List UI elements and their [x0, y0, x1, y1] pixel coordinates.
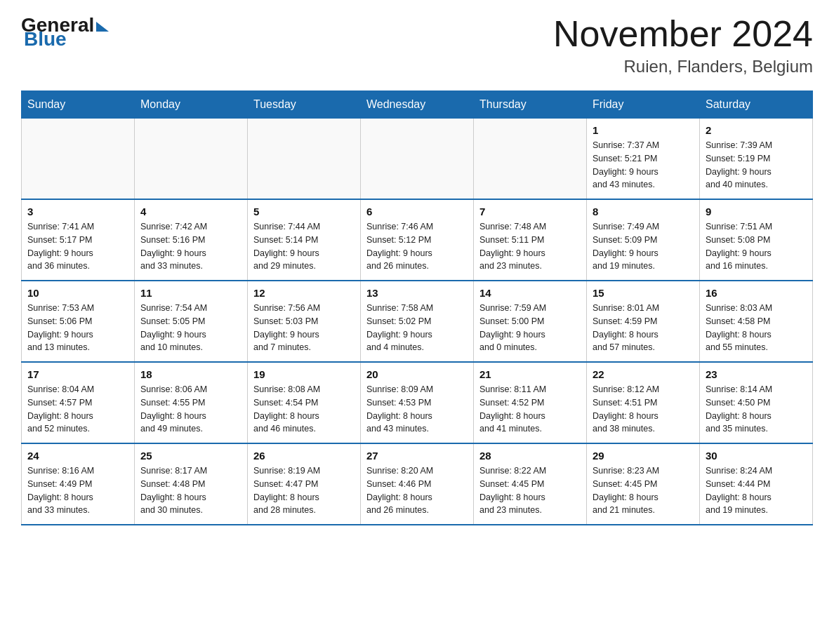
day-cell: 11Sunrise: 7:54 AM Sunset: 5:05 PM Dayli… [135, 281, 248, 362]
day-cell [361, 119, 474, 200]
day-number: 18 [140, 368, 241, 380]
day-info: Sunrise: 7:37 AM Sunset: 5:21 PM Dayligh… [593, 139, 694, 192]
day-cell: 6Sunrise: 7:46 AM Sunset: 5:12 PM Daylig… [361, 199, 474, 281]
header-row: SundayMondayTuesdayWednesdayThursdayFrid… [22, 91, 813, 119]
day-cell [22, 119, 135, 200]
day-cell [135, 119, 248, 200]
day-info: Sunrise: 7:48 AM Sunset: 5:11 PM Dayligh… [479, 220, 581, 273]
day-number: 16 [706, 287, 807, 299]
logo: General Blue [21, 14, 109, 51]
day-info: Sunrise: 8:14 AM Sunset: 4:50 PM Dayligh… [706, 383, 807, 436]
day-number: 19 [253, 368, 355, 380]
day-cell: 16Sunrise: 8:03 AM Sunset: 4:58 PM Dayli… [700, 281, 813, 362]
logo-triangle-icon [96, 22, 109, 32]
day-cell: 3Sunrise: 7:41 AM Sunset: 5:17 PM Daylig… [22, 199, 135, 281]
day-number: 5 [253, 206, 355, 217]
day-number: 3 [27, 206, 128, 217]
header-cell-friday: Friday [587, 91, 700, 119]
day-info: Sunrise: 8:03 AM Sunset: 4:58 PM Dayligh… [706, 302, 807, 354]
day-number: 10 [27, 287, 128, 299]
day-info: Sunrise: 7:42 AM Sunset: 5:16 PM Dayligh… [140, 220, 241, 273]
week-row-2: 3Sunrise: 7:41 AM Sunset: 5:17 PM Daylig… [22, 199, 813, 281]
header-cell-saturday: Saturday [700, 91, 813, 119]
calendar-table: SundayMondayTuesdayWednesdayThursdayFrid… [21, 90, 813, 525]
day-info: Sunrise: 7:46 AM Sunset: 5:12 PM Dayligh… [366, 220, 468, 273]
day-number: 2 [706, 124, 807, 136]
day-info: Sunrise: 8:01 AM Sunset: 4:59 PM Dayligh… [593, 302, 694, 354]
day-cell: 4Sunrise: 7:42 AM Sunset: 5:16 PM Daylig… [135, 199, 248, 281]
day-cell: 9Sunrise: 7:51 AM Sunset: 5:08 PM Daylig… [700, 199, 813, 281]
day-cell: 26Sunrise: 8:19 AM Sunset: 4:47 PM Dayli… [248, 443, 361, 525]
day-info: Sunrise: 7:39 AM Sunset: 5:19 PM Dayligh… [706, 139, 807, 192]
day-number: 15 [593, 287, 694, 299]
header-cell-wednesday: Wednesday [361, 91, 474, 119]
day-number: 25 [140, 450, 241, 462]
day-cell: 27Sunrise: 8:20 AM Sunset: 4:46 PM Dayli… [361, 443, 474, 525]
header-cell-sunday: Sunday [22, 91, 135, 119]
day-cell: 7Sunrise: 7:48 AM Sunset: 5:11 PM Daylig… [474, 199, 587, 281]
day-number: 1 [593, 124, 694, 136]
day-cell: 14Sunrise: 7:59 AM Sunset: 5:00 PM Dayli… [474, 281, 587, 362]
logo-blue-text: Blue [24, 28, 67, 51]
day-number: 9 [706, 206, 807, 217]
day-number: 14 [479, 287, 581, 299]
calendar-body: 1Sunrise: 7:37 AM Sunset: 5:21 PM Daylig… [22, 119, 813, 525]
day-number: 27 [366, 450, 468, 462]
day-cell: 1Sunrise: 7:37 AM Sunset: 5:21 PM Daylig… [587, 119, 700, 200]
title-block: November 2024 Ruien, Flanders, Belgium [553, 14, 813, 76]
page-header: General Blue November 2024 Ruien, Flande… [21, 14, 813, 76]
month-year-title: November 2024 [553, 14, 813, 54]
day-info: Sunrise: 8:04 AM Sunset: 4:57 PM Dayligh… [27, 383, 128, 436]
day-number: 4 [140, 206, 241, 217]
header-cell-tuesday: Tuesday [248, 91, 361, 119]
day-info: Sunrise: 7:58 AM Sunset: 5:02 PM Dayligh… [366, 302, 468, 354]
day-cell: 30Sunrise: 8:24 AM Sunset: 4:44 PM Dayli… [700, 443, 813, 525]
day-info: Sunrise: 8:17 AM Sunset: 4:48 PM Dayligh… [140, 464, 241, 517]
day-info: Sunrise: 7:54 AM Sunset: 5:05 PM Dayligh… [140, 302, 241, 354]
day-cell: 22Sunrise: 8:12 AM Sunset: 4:51 PM Dayli… [587, 362, 700, 443]
day-cell: 5Sunrise: 7:44 AM Sunset: 5:14 PM Daylig… [248, 199, 361, 281]
day-number: 11 [140, 287, 241, 299]
day-cell: 29Sunrise: 8:23 AM Sunset: 4:45 PM Dayli… [587, 443, 700, 525]
day-number: 30 [706, 450, 807, 462]
day-cell: 2Sunrise: 7:39 AM Sunset: 5:19 PM Daylig… [700, 119, 813, 200]
day-info: Sunrise: 7:56 AM Sunset: 5:03 PM Dayligh… [253, 302, 355, 354]
day-number: 26 [253, 450, 355, 462]
day-cell: 25Sunrise: 8:17 AM Sunset: 4:48 PM Dayli… [135, 443, 248, 525]
day-number: 23 [706, 368, 807, 380]
day-number: 20 [366, 368, 468, 380]
day-info: Sunrise: 8:22 AM Sunset: 4:45 PM Dayligh… [479, 464, 581, 517]
day-cell: 23Sunrise: 8:14 AM Sunset: 4:50 PM Dayli… [700, 362, 813, 443]
day-cell: 12Sunrise: 7:56 AM Sunset: 5:03 PM Dayli… [248, 281, 361, 362]
day-cell: 20Sunrise: 8:09 AM Sunset: 4:53 PM Dayli… [361, 362, 474, 443]
day-info: Sunrise: 7:41 AM Sunset: 5:17 PM Dayligh… [27, 220, 128, 273]
day-cell [474, 119, 587, 200]
location-subtitle: Ruien, Flanders, Belgium [553, 57, 813, 76]
day-info: Sunrise: 8:23 AM Sunset: 4:45 PM Dayligh… [593, 464, 694, 517]
day-number: 13 [366, 287, 468, 299]
day-number: 6 [366, 206, 468, 217]
week-row-3: 10Sunrise: 7:53 AM Sunset: 5:06 PM Dayli… [22, 281, 813, 362]
day-number: 17 [27, 368, 128, 380]
day-number: 8 [593, 206, 694, 217]
day-info: Sunrise: 8:12 AM Sunset: 4:51 PM Dayligh… [593, 383, 694, 436]
day-info: Sunrise: 7:53 AM Sunset: 5:06 PM Dayligh… [27, 302, 128, 354]
day-info: Sunrise: 8:06 AM Sunset: 4:55 PM Dayligh… [140, 383, 241, 436]
day-cell: 18Sunrise: 8:06 AM Sunset: 4:55 PM Dayli… [135, 362, 248, 443]
day-number: 29 [593, 450, 694, 462]
day-number: 24 [27, 450, 128, 462]
day-info: Sunrise: 8:16 AM Sunset: 4:49 PM Dayligh… [27, 464, 128, 517]
day-cell: 13Sunrise: 7:58 AM Sunset: 5:02 PM Dayli… [361, 281, 474, 362]
day-number: 22 [593, 368, 694, 380]
day-cell: 15Sunrise: 8:01 AM Sunset: 4:59 PM Dayli… [587, 281, 700, 362]
day-number: 28 [479, 450, 581, 462]
calendar-header: SundayMondayTuesdayWednesdayThursdayFrid… [22, 91, 813, 119]
week-row-1: 1Sunrise: 7:37 AM Sunset: 5:21 PM Daylig… [22, 119, 813, 200]
day-info: Sunrise: 8:24 AM Sunset: 4:44 PM Dayligh… [706, 464, 807, 517]
header-cell-thursday: Thursday [474, 91, 587, 119]
header-cell-monday: Monday [135, 91, 248, 119]
day-info: Sunrise: 8:09 AM Sunset: 4:53 PM Dayligh… [366, 383, 468, 436]
day-cell: 8Sunrise: 7:49 AM Sunset: 5:09 PM Daylig… [587, 199, 700, 281]
week-row-5: 24Sunrise: 8:16 AM Sunset: 4:49 PM Dayli… [22, 443, 813, 525]
day-info: Sunrise: 7:51 AM Sunset: 5:08 PM Dayligh… [706, 220, 807, 273]
